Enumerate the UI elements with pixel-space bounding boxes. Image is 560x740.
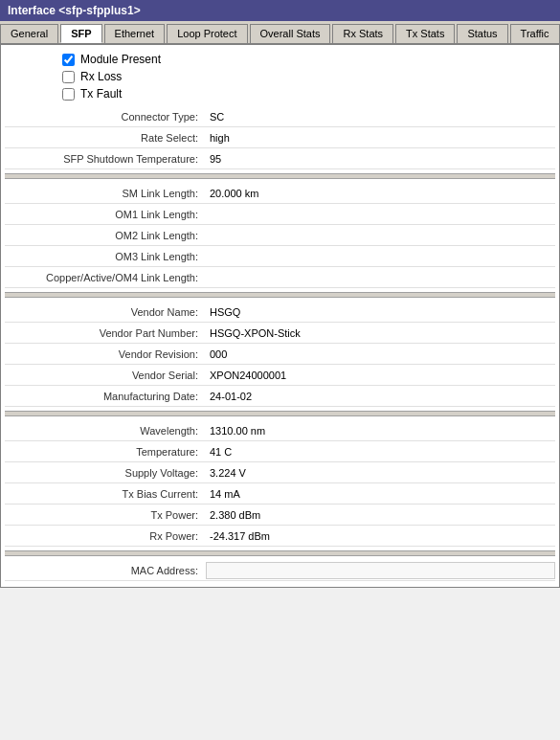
rx-power-value: -24.317 dBm [206, 528, 555, 544]
wavelength-value: 1310.00 nm [206, 423, 555, 438]
vendor-serial-row: Vendor Serial: XPON24000001 [5, 365, 555, 386]
vendor-part-number-row: Vendor Part Number: HSGQ-XPON-Stick [5, 323, 555, 344]
module-present-row: Module Present [5, 51, 555, 68]
optical-section: Wavelength: 1310.00 nm Temperature: 41 C… [5, 420, 555, 547]
rate-select-value: high [206, 130, 555, 146]
tab-tx-stats[interactable]: Tx Stats [395, 24, 455, 43]
vendor-section: Vendor Name: HSGQ Vendor Part Number: HS… [5, 302, 555, 407]
om3-link-length-value [206, 255, 555, 258]
supply-voltage-row: Supply Voltage: 3.224 V [5, 462, 555, 483]
mac-address-row: MAC Address: [5, 560, 555, 581]
tx-bias-current-value: 14 mA [206, 486, 555, 502]
rate-select-row: Rate Select: high [5, 127, 555, 148]
manufacturing-date-label: Manufacturing Date: [5, 391, 206, 402]
rx-power-label: Rx Power: [5, 530, 206, 542]
divider-2 [5, 292, 555, 298]
vendor-revision-row: Vendor Revision: 000 [5, 344, 555, 365]
copper-link-length-label: Copper/Active/OM4 Link Length: [5, 272, 206, 283]
connector-type-row: Connector Type: SC [5, 106, 555, 127]
window-title: Interface <sfp-sfpplus1> [8, 4, 141, 17]
om3-link-length-label: OM3 Link Length: [5, 251, 206, 262]
divider-1 [5, 173, 555, 179]
sfp-shutdown-temp-row: SFP Shutdown Temperature: 95 [5, 148, 555, 169]
basic-fields-section: Connector Type: SC Rate Select: high SFP… [5, 106, 555, 169]
tx-bias-current-label: Tx Bias Current: [5, 488, 206, 500]
om1-link-length-label: OM1 Link Length: [5, 209, 206, 220]
temperature-value: 41 C [206, 444, 555, 460]
tab-traffic[interactable]: Traffic [510, 24, 560, 43]
mac-section: MAC Address: [5, 560, 555, 581]
manufacturing-date-value: 24-01-02 [206, 389, 555, 404]
tab-loop-protect[interactable]: Loop Protect [167, 24, 247, 43]
tx-power-row: Tx Power: 2.380 dBm [5, 505, 555, 526]
vendor-serial-value: XPON24000001 [206, 368, 555, 383]
content-panel: Module Present Rx Loss Tx Fault Connecto… [0, 45, 560, 588]
mac-address-input[interactable] [206, 562, 555, 579]
sfp-shutdown-temp-label: SFP Shutdown Temperature: [5, 153, 206, 165]
tx-fault-label: Tx Fault [80, 87, 122, 101]
checkbox-section: Module Present Rx Loss Tx Fault [5, 51, 555, 102]
om2-link-length-value [206, 234, 555, 237]
sm-link-length-value: 20.000 km [206, 186, 555, 201]
module-present-checkbox[interactable] [62, 54, 75, 66]
rx-loss-row: Rx Loss [5, 68, 555, 85]
tx-fault-checkbox[interactable] [62, 88, 75, 101]
tab-bar: General SFP Ethernet Loop Protect Overal… [0, 21, 560, 45]
vendor-name-label: Vendor Name: [5, 306, 206, 318]
sm-link-length-row: SM Link Length: 20.000 km [5, 183, 555, 204]
tab-general[interactable]: General [0, 24, 58, 43]
manufacturing-date-row: Manufacturing Date: 24-01-02 [5, 386, 555, 407]
mac-address-label: MAC Address: [5, 565, 206, 576]
vendor-part-number-value: HSGQ-XPON-Stick [206, 325, 555, 341]
tab-overall-stats[interactable]: Overall Stats [250, 24, 331, 43]
om1-link-length-value [206, 213, 555, 216]
copper-link-length-value [206, 276, 555, 280]
tx-power-value: 2.380 dBm [206, 507, 555, 523]
temperature-label: Temperature: [5, 446, 206, 458]
tab-ethernet[interactable]: Ethernet [104, 24, 166, 43]
copper-link-length-row: Copper/Active/OM4 Link Length: [5, 267, 555, 288]
om1-link-length-row: OM1 Link Length: [5, 204, 555, 225]
om3-link-length-row: OM3 Link Length: [5, 246, 555, 267]
vendor-name-row: Vendor Name: HSGQ [5, 302, 555, 323]
vendor-revision-label: Vendor Revision: [5, 348, 206, 360]
rate-select-label: Rate Select: [5, 132, 206, 144]
sfp-shutdown-temp-value: 95 [206, 151, 555, 167]
wavelength-row: Wavelength: 1310.00 nm [5, 420, 555, 441]
om2-link-length-row: OM2 Link Length: [5, 225, 555, 246]
connector-type-label: Connector Type: [5, 111, 206, 123]
rx-loss-checkbox[interactable] [62, 71, 75, 83]
title-bar: Interface <sfp-sfpplus1> [0, 0, 560, 21]
tx-power-label: Tx Power: [5, 509, 206, 521]
sm-link-length-label: SM Link Length: [5, 188, 206, 199]
vendor-name-value: HSGQ [206, 304, 555, 320]
supply-voltage-label: Supply Voltage: [5, 467, 206, 479]
divider-4 [5, 550, 555, 556]
vendor-serial-label: Vendor Serial: [5, 370, 206, 381]
divider-3 [5, 411, 555, 416]
connector-type-value: SC [206, 109, 555, 124]
module-present-label: Module Present [80, 53, 161, 66]
vendor-part-number-label: Vendor Part Number: [5, 327, 206, 339]
tab-sfp[interactable]: SFP [60, 24, 101, 43]
link-length-section: SM Link Length: 20.000 km OM1 Link Lengt… [5, 183, 555, 288]
tx-fault-row: Tx Fault [5, 85, 555, 102]
tx-bias-current-row: Tx Bias Current: 14 mA [5, 483, 555, 505]
om2-link-length-label: OM2 Link Length: [5, 230, 206, 241]
vendor-revision-value: 000 [206, 347, 555, 362]
rx-loss-label: Rx Loss [80, 70, 122, 83]
wavelength-label: Wavelength: [5, 425, 206, 437]
supply-voltage-value: 3.224 V [206, 465, 555, 481]
rx-power-row: Rx Power: -24.317 dBm [5, 526, 555, 547]
temperature-row: Temperature: 41 C [5, 441, 555, 462]
tab-status[interactable]: Status [457, 24, 507, 43]
tab-rx-stats[interactable]: Rx Stats [332, 24, 393, 43]
